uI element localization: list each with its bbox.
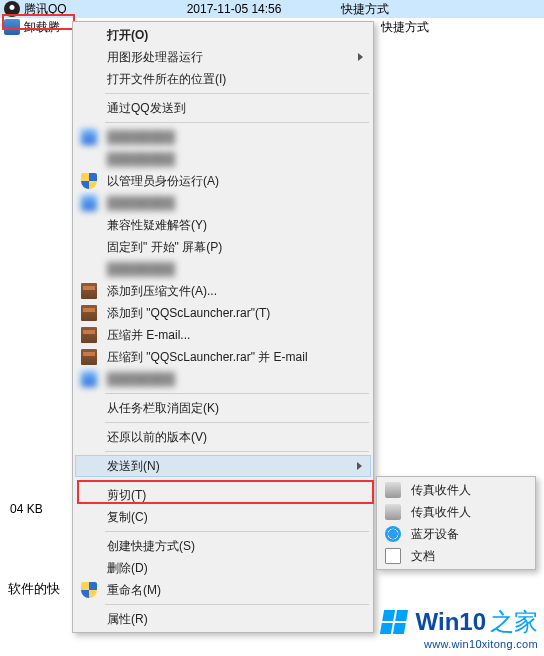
menu-add-rar[interactable]: 添加到 "QQScLauncher.rar"(T) [75, 302, 371, 324]
submenu-docs[interactable]: 文档 [379, 545, 533, 567]
menu-rename[interactable]: 重命名(M) [75, 579, 371, 601]
chevron-right-icon [358, 53, 363, 61]
windows-icon [379, 610, 407, 634]
fax-icon [385, 482, 401, 498]
menu-open[interactable]: 打开(O) [75, 24, 371, 46]
menu-blurred-item[interactable]: ████████ [75, 126, 371, 148]
menu-copy[interactable]: 复制(C) [75, 506, 371, 528]
menu-qq-send[interactable]: 通过QQ发送到 [75, 97, 371, 119]
app-icon [81, 195, 97, 211]
context-menu[interactable]: 打开(O) 用图形处理器运行 打开文件所在的位置(I) 通过QQ发送到 ████… [72, 21, 374, 633]
menu-blurred-item[interactable]: ████████ [75, 368, 371, 390]
file-date: 2017-11-05 14:56 [187, 0, 282, 18]
bluetooth-icon [385, 526, 401, 542]
menu-zip-rar-email[interactable]: 压缩到 "QQScLauncher.rar" 并 E-mail [75, 346, 371, 368]
menu-delete[interactable]: 删除(D) [75, 557, 371, 579]
shield-icon [81, 173, 97, 189]
submenu-bluetooth[interactable]: 蓝牙设备 [379, 523, 533, 545]
menu-run-admin[interactable]: 以管理员身份运行(A) [75, 170, 371, 192]
menu-gpu-run[interactable]: 用图形处理器运行 [75, 46, 371, 68]
app-icon [81, 371, 97, 387]
menu-blurred-item[interactable]: ████████ [75, 192, 371, 214]
file-size: 04 KB [10, 502, 43, 516]
app-icon [81, 129, 97, 145]
submenu-fax2[interactable]: 传真收件人 [379, 501, 533, 523]
file-row-selected[interactable]: 腾讯QQ 2017-11-05 14:56 快捷方式 [0, 0, 544, 18]
menu-blurred-item[interactable]: ████████ [75, 258, 371, 280]
rar-icon [81, 283, 97, 299]
menu-send-to[interactable]: 发送到(N) [75, 455, 371, 477]
menu-properties[interactable]: 属性(R) [75, 608, 371, 630]
brand-primary: Win10 [416, 608, 486, 636]
menu-compat-trouble[interactable]: 兼容性疑难解答(Y) [75, 214, 371, 236]
brand-url: www.win10xitong.com [382, 638, 538, 650]
separator [105, 93, 369, 94]
document-icon [385, 548, 401, 564]
rar-icon [81, 305, 97, 321]
watermark-logo: Win10之家 www.win10xitong.com [382, 606, 538, 650]
menu-create-shortcut[interactable]: 创建快捷方式(S) [75, 535, 371, 557]
chevron-right-icon [357, 462, 362, 470]
file-type: 快捷方式 [341, 0, 389, 18]
separator [105, 531, 369, 532]
menu-restore-versions[interactable]: 还原以前的版本(V) [75, 426, 371, 448]
menu-add-archive[interactable]: 添加到压缩文件(A)... [75, 280, 371, 302]
menu-blurred-item[interactable]: ████████ [75, 148, 371, 170]
submenu-fax1[interactable]: 传真收件人 [379, 479, 533, 501]
partial-text: 软件的快 [8, 580, 60, 598]
menu-zip-email[interactable]: 压缩并 E-mail... [75, 324, 371, 346]
separator [105, 422, 369, 423]
send-to-submenu[interactable]: 传真收件人 传真收件人 蓝牙设备 文档 [376, 476, 536, 570]
separator [105, 393, 369, 394]
menu-open-location[interactable]: 打开文件所在的位置(I) [75, 68, 371, 90]
menu-unpin-taskbar[interactable]: 从任务栏取消固定(K) [75, 397, 371, 419]
shield-icon [81, 582, 97, 598]
separator [105, 451, 369, 452]
separator [105, 604, 369, 605]
rar-icon [81, 327, 97, 343]
annotation-highlight-1 [2, 14, 75, 30]
file-type: 快捷方式 [381, 18, 429, 36]
fax-icon [385, 504, 401, 520]
brand-accent: 之家 [490, 606, 538, 638]
menu-pin-start[interactable]: 固定到" 开始" 屏幕(P) [75, 236, 371, 258]
rar-icon [81, 349, 97, 365]
annotation-highlight-2 [77, 480, 374, 504]
separator [105, 122, 369, 123]
